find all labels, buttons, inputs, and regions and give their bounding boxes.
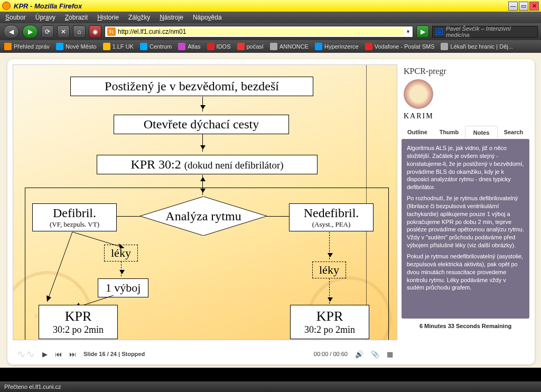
status-text: Přečteno el.lf1.cuni.cz — [4, 384, 61, 390]
tab-thumb[interactable]: Thumb — [433, 126, 465, 139]
next-button[interactable]: ⏭ — [69, 350, 76, 358]
time-display: 00:00 / 00:60 — [314, 351, 348, 357]
back-button[interactable]: ◀ — [3, 25, 19, 39]
arrow-icon — [202, 97, 203, 111]
menu-view[interactable]: Zobrazit — [65, 14, 88, 21]
bracket-left — [25, 188, 25, 340]
arrow-dashed-icon — [329, 232, 330, 259]
menu-tools[interactable]: Nástroje — [160, 14, 183, 21]
bookmark-icon — [178, 43, 185, 50]
stop-button[interactable]: ✕ — [57, 25, 70, 38]
navigation-toolbar: ◀ ▶ ⟳ ✕ ⌂ ◉ lf1 ▼ ▶ G Pavel Ševčík – Int… — [0, 23, 541, 40]
bookmark-label: Centrum — [150, 43, 172, 50]
search-box[interactable]: G Pavel Ševčík – Intenzivní medicína — [432, 26, 538, 38]
presentation-container: FAKULTNÍ Postižený je v bezvědomí, bezde… — [7, 59, 535, 365]
bookmark-label: Hyperinzerce — [324, 43, 359, 50]
bookmark-icon — [365, 43, 372, 50]
bookmark-icon — [56, 43, 63, 50]
flow-box-cpr-left: KPR 30:2 po 2min — [39, 305, 118, 339]
bookmark-item[interactable]: Atlas — [178, 43, 200, 50]
time-remaining: 6 Minutes 33 Seconds Remaining — [402, 319, 529, 331]
bookmark-label: Nové Město — [66, 43, 97, 50]
bookmark-item[interactable]: 1.LF UK — [103, 43, 134, 50]
connector — [267, 216, 290, 217]
menu-history[interactable]: Historie — [97, 14, 119, 21]
flow-box-airway: Otevřete dýchací cesty — [114, 115, 289, 134]
play-button[interactable]: ▶ — [42, 350, 48, 358]
forward-button[interactable]: ▶ — [22, 25, 38, 39]
menu-bar: Soubor Úpravy Zobrazit Historie Záložky … — [0, 12, 541, 23]
google-icon: G — [436, 29, 443, 35]
flow-box-nodefib: Nedefibril. (Asyst., PEA) — [289, 203, 374, 231]
arrow-dashed-icon — [329, 278, 330, 304]
window-title: KPR - Mozilla Firefox — [14, 2, 82, 10]
status-bar: Přečteno el.lf1.cuni.cz — [0, 381, 541, 392]
flow-box-shock: 1 výboj — [98, 278, 148, 297]
url-input[interactable] — [118, 28, 404, 35]
firefox-icon — [2, 2, 11, 10]
bookmark-label: Atlas — [188, 43, 200, 50]
bookmark-label: 1.LF UK — [113, 43, 134, 50]
bookmark-label: IDOS — [217, 43, 231, 50]
site-icon: lf1 — [107, 27, 116, 36]
tab-outline[interactable]: Outline — [402, 126, 433, 139]
bookmark-item[interactable]: počasí — [237, 43, 264, 50]
volume-button[interactable]: 🔊 — [355, 350, 363, 358]
bookmark-item[interactable]: Lékaři bez hranic | Děj... — [441, 43, 512, 50]
bookmark-item[interactable]: Centrum — [140, 43, 172, 50]
bookmark-icon — [140, 43, 147, 50]
menu-edit[interactable]: Úpravy — [35, 14, 55, 21]
note-paragraph: Pokud je rytmus nedefibrilovatelný (asys… — [407, 253, 524, 292]
search-placeholder: Pavel Ševčík – Intenzivní medicína — [446, 25, 534, 38]
prev-button[interactable]: ⏮ — [55, 350, 62, 358]
flow-box-drugs-right: léky — [312, 262, 346, 278]
notes-panel[interactable]: Algoritmus ALS je, jak vidno, již o něco… — [402, 139, 529, 319]
bookmark-item[interactable]: Přehled zpráv — [4, 43, 50, 50]
bookmark-icon — [4, 43, 12, 50]
arrow-dashed-icon — [121, 262, 122, 276]
bookmark-item[interactable]: Nové Město — [56, 43, 97, 50]
bookmark-icon — [237, 43, 245, 50]
url-dropdown-icon[interactable]: ▼ — [406, 29, 411, 34]
bookmark-item[interactable]: ANNONCE — [270, 43, 309, 50]
menu-bookmarks[interactable]: Záložky — [128, 14, 150, 21]
url-bar[interactable]: lf1 ▼ — [105, 26, 413, 38]
arrow-icon — [202, 134, 203, 152]
flow-box-unconscious: Postižený je v bezvědomí, bezdeší — [70, 77, 313, 96]
bookmark-label: Lékaři bez hranic | Děj... — [450, 43, 512, 50]
bookmark-item[interactable]: Hyperinzerce — [315, 43, 359, 50]
tab-search[interactable]: Search — [498, 126, 529, 139]
flow-box-defib: Defibril. (VF, bezpuls. VT) — [32, 203, 117, 231]
info-button[interactable]: ▦ — [387, 350, 393, 358]
reload-button[interactable]: ⟳ — [41, 25, 54, 38]
flow-decision-analyze: Analýza rytmu — [140, 197, 267, 236]
tab-notes[interactable]: Notes — [465, 126, 498, 139]
home-button[interactable]: ⌂ — [73, 25, 86, 38]
menu-file[interactable]: Soubor — [5, 14, 26, 21]
logo-seal — [404, 79, 433, 109]
menu-help[interactable]: Nápověda — [193, 14, 222, 21]
attach-button[interactable]: 📎 — [371, 350, 379, 358]
maximize-button[interactable]: ▭ — [519, 2, 528, 11]
pocket-button[interactable]: ◉ — [89, 25, 101, 38]
bookmark-item[interactable]: Vodafone - Poslat SMS — [365, 43, 435, 50]
bookmark-label: počasí — [247, 43, 264, 50]
department-label: KARIM — [404, 112, 529, 120]
bookmark-item[interactable]: IDOS — [207, 43, 231, 50]
note-paragraph: Po rozhodnutí, že je rytmus defibrilovat… — [407, 194, 524, 249]
slide-area: FAKULTNÍ Postižený je v bezvědomí, bezde… — [13, 64, 397, 340]
connector — [117, 216, 140, 217]
bookmark-label: ANNONCE — [279, 43, 309, 50]
minimize-button[interactable]: — — [508, 2, 518, 11]
go-button[interactable]: ▶ — [416, 25, 429, 38]
close-button[interactable]: ✕ — [529, 2, 539, 11]
flow-box-drugs-left: léky — [104, 245, 138, 262]
bookmark-icon — [103, 43, 110, 50]
bracket-right — [388, 188, 389, 340]
flow-box-cpr: KPR 30:2 (dokud není defibrilátor) — [97, 155, 318, 174]
player-bar: ∿∿ ▶ ⏮ ⏭ Slide 16 / 24 | Stopped 00:00 /… — [13, 347, 397, 361]
bookmarks-toolbar: Přehled zprávNové Město1.LF UKCentrumAtl… — [0, 40, 541, 53]
bookmark-label: Vodafone - Poslat SMS — [375, 43, 435, 50]
wave-icon: ∿∿ — [17, 348, 35, 360]
window-titlebar: KPR - Mozilla Firefox — ▭ ✕ — [0, 0, 541, 12]
